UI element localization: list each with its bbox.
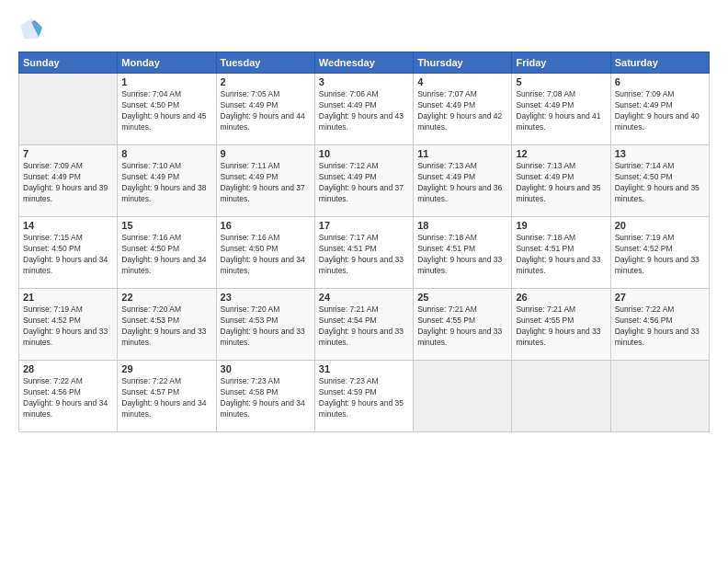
day-number: 16	[221, 220, 311, 231]
calendar-cell: 6Sunrise: 7:09 AMSunset: 4:49 PMDaylight…	[610, 74, 709, 145]
weekday-header-thursday: Thursday	[414, 52, 512, 74]
calendar-cell: 27Sunrise: 7:22 AMSunset: 4:56 PMDayligh…	[610, 289, 709, 361]
weekday-header-tuesday: Tuesday	[216, 52, 314, 74]
day-info: Sunrise: 7:08 AMSunset: 4:49 PMDaylight:…	[516, 89, 606, 133]
calendar-cell	[512, 361, 610, 432]
calendar-cell: 23Sunrise: 7:20 AMSunset: 4:53 PMDayligh…	[216, 289, 314, 361]
day-number: 13	[615, 148, 705, 159]
day-number: 1	[121, 76, 211, 87]
calendar-week-3: 14Sunrise: 7:15 AMSunset: 4:50 PMDayligh…	[19, 217, 710, 289]
day-number: 11	[417, 148, 507, 159]
calendar-cell: 8Sunrise: 7:10 AMSunset: 4:49 PMDaylight…	[118, 145, 216, 217]
day-number: 28	[23, 363, 113, 374]
day-number: 22	[121, 292, 211, 303]
calendar-cell: 20Sunrise: 7:19 AMSunset: 4:52 PMDayligh…	[610, 217, 709, 289]
day-info: Sunrise: 7:20 AMSunset: 4:53 PMDaylight:…	[121, 304, 211, 349]
day-number: 7	[23, 148, 113, 159]
calendar-week-5: 28Sunrise: 7:22 AMSunset: 4:56 PMDayligh…	[19, 361, 710, 432]
day-info: Sunrise: 7:18 AMSunset: 4:51 PMDaylight:…	[417, 233, 507, 277]
day-info: Sunrise: 7:22 AMSunset: 4:57 PMDaylight:…	[121, 376, 211, 420]
day-info: Sunrise: 7:17 AMSunset: 4:51 PMDaylight:…	[319, 233, 409, 277]
day-info: Sunrise: 7:09 AMSunset: 4:49 PMDaylight:…	[23, 161, 113, 205]
calendar-cell: 24Sunrise: 7:21 AMSunset: 4:54 PMDayligh…	[314, 289, 413, 361]
day-info: Sunrise: 7:18 AMSunset: 4:51 PMDaylight:…	[516, 233, 606, 277]
day-info: Sunrise: 7:19 AMSunset: 4:52 PMDaylight:…	[615, 233, 705, 277]
day-info: Sunrise: 7:12 AMSunset: 4:49 PMDaylight:…	[319, 161, 409, 205]
calendar-week-1: 1Sunrise: 7:04 AMSunset: 4:50 PMDaylight…	[19, 74, 710, 145]
day-info: Sunrise: 7:04 AMSunset: 4:50 PMDaylight:…	[121, 89, 211, 133]
calendar-cell: 29Sunrise: 7:22 AMSunset: 4:57 PMDayligh…	[118, 361, 216, 432]
day-number: 6	[615, 76, 705, 87]
day-number: 23	[221, 292, 311, 303]
day-info: Sunrise: 7:23 AMSunset: 4:59 PMDaylight:…	[319, 376, 409, 420]
day-number: 30	[221, 363, 311, 374]
day-info: Sunrise: 7:21 AMSunset: 4:55 PMDaylight:…	[516, 304, 606, 349]
calendar-cell: 30Sunrise: 7:23 AMSunset: 4:58 PMDayligh…	[216, 361, 314, 432]
day-number: 21	[23, 292, 113, 303]
calendar-cell: 16Sunrise: 7:16 AMSunset: 4:50 PMDayligh…	[216, 217, 314, 289]
calendar-cell: 26Sunrise: 7:21 AMSunset: 4:55 PMDayligh…	[512, 289, 610, 361]
calendar-cell: 12Sunrise: 7:13 AMSunset: 4:49 PMDayligh…	[512, 145, 610, 217]
day-number: 24	[319, 292, 409, 303]
calendar-cell: 1Sunrise: 7:04 AMSunset: 4:50 PMDaylight…	[118, 74, 216, 145]
calendar-cell: 2Sunrise: 7:05 AMSunset: 4:49 PMDaylight…	[216, 74, 314, 145]
day-info: Sunrise: 7:07 AMSunset: 4:49 PMDaylight:…	[417, 89, 507, 133]
calendar-cell: 18Sunrise: 7:18 AMSunset: 4:51 PMDayligh…	[414, 217, 512, 289]
day-number: 29	[121, 363, 211, 374]
calendar-cell: 14Sunrise: 7:15 AMSunset: 4:50 PMDayligh…	[19, 217, 118, 289]
day-number: 2	[221, 76, 311, 87]
day-number: 31	[319, 363, 409, 374]
calendar-cell: 5Sunrise: 7:08 AMSunset: 4:49 PMDaylight…	[512, 74, 610, 145]
calendar-week-4: 21Sunrise: 7:19 AMSunset: 4:52 PMDayligh…	[19, 289, 710, 361]
weekday-header-wednesday: Wednesday	[314, 52, 413, 74]
calendar-cell: 22Sunrise: 7:20 AMSunset: 4:53 PMDayligh…	[118, 289, 216, 361]
calendar-cell: 28Sunrise: 7:22 AMSunset: 4:56 PMDayligh…	[19, 361, 118, 432]
day-info: Sunrise: 7:21 AMSunset: 4:55 PMDaylight:…	[417, 304, 507, 349]
day-info: Sunrise: 7:16 AMSunset: 4:50 PMDaylight:…	[121, 233, 211, 277]
calendar-cell: 10Sunrise: 7:12 AMSunset: 4:49 PMDayligh…	[314, 145, 413, 217]
day-info: Sunrise: 7:13 AMSunset: 4:49 PMDaylight:…	[417, 161, 507, 205]
calendar-cell	[19, 74, 118, 145]
day-number: 25	[417, 292, 507, 303]
day-number: 12	[516, 148, 606, 159]
day-number: 19	[516, 220, 606, 231]
weekday-header-friday: Friday	[512, 52, 610, 74]
day-number: 9	[221, 148, 311, 159]
calendar-cell	[610, 361, 709, 432]
calendar-cell: 13Sunrise: 7:14 AMSunset: 4:50 PMDayligh…	[610, 145, 709, 217]
day-number: 27	[615, 292, 705, 303]
calendar-cell: 15Sunrise: 7:16 AMSunset: 4:50 PMDayligh…	[118, 217, 216, 289]
page: SundayMondayTuesdayWednesdayThursdayFrid…	[0, 0, 728, 563]
calendar-cell: 7Sunrise: 7:09 AMSunset: 4:49 PMDaylight…	[19, 145, 118, 217]
calendar-cell: 31Sunrise: 7:23 AMSunset: 4:59 PMDayligh…	[314, 361, 413, 432]
day-number: 10	[319, 148, 409, 159]
day-info: Sunrise: 7:05 AMSunset: 4:49 PMDaylight:…	[221, 89, 311, 133]
day-number: 5	[516, 76, 606, 87]
day-info: Sunrise: 7:16 AMSunset: 4:50 PMDaylight:…	[221, 233, 311, 277]
calendar-cell: 9Sunrise: 7:11 AMSunset: 4:49 PMDaylight…	[216, 145, 314, 217]
calendar-week-2: 7Sunrise: 7:09 AMSunset: 4:49 PMDaylight…	[19, 145, 710, 217]
day-info: Sunrise: 7:14 AMSunset: 4:50 PMDaylight:…	[615, 161, 705, 205]
weekday-header-saturday: Saturday	[610, 52, 709, 74]
day-info: Sunrise: 7:21 AMSunset: 4:54 PMDaylight:…	[319, 304, 409, 349]
day-number: 26	[516, 292, 606, 303]
logo-icon	[18, 17, 44, 42]
day-info: Sunrise: 7:15 AMSunset: 4:50 PMDaylight:…	[23, 233, 113, 277]
calendar-cell	[414, 361, 512, 432]
day-info: Sunrise: 7:09 AMSunset: 4:49 PMDaylight:…	[615, 89, 705, 133]
calendar-cell: 4Sunrise: 7:07 AMSunset: 4:49 PMDaylight…	[414, 74, 512, 145]
day-info: Sunrise: 7:23 AMSunset: 4:58 PMDaylight:…	[221, 376, 311, 420]
day-number: 8	[121, 148, 211, 159]
calendar-cell: 11Sunrise: 7:13 AMSunset: 4:49 PMDayligh…	[414, 145, 512, 217]
weekday-header-monday: Monday	[118, 52, 216, 74]
day-info: Sunrise: 7:20 AMSunset: 4:53 PMDaylight:…	[221, 304, 311, 349]
day-info: Sunrise: 7:06 AMSunset: 4:49 PMDaylight:…	[319, 89, 409, 133]
calendar-cell: 3Sunrise: 7:06 AMSunset: 4:49 PMDaylight…	[314, 74, 413, 145]
calendar-table: SundayMondayTuesdayWednesdayThursdayFrid…	[18, 52, 710, 432]
calendar-cell: 21Sunrise: 7:19 AMSunset: 4:52 PMDayligh…	[19, 289, 118, 361]
day-info: Sunrise: 7:22 AMSunset: 4:56 PMDaylight:…	[615, 304, 705, 349]
day-number: 3	[319, 76, 409, 87]
day-number: 18	[417, 220, 507, 231]
calendar-cell: 25Sunrise: 7:21 AMSunset: 4:55 PMDayligh…	[414, 289, 512, 361]
day-number: 20	[615, 220, 705, 231]
